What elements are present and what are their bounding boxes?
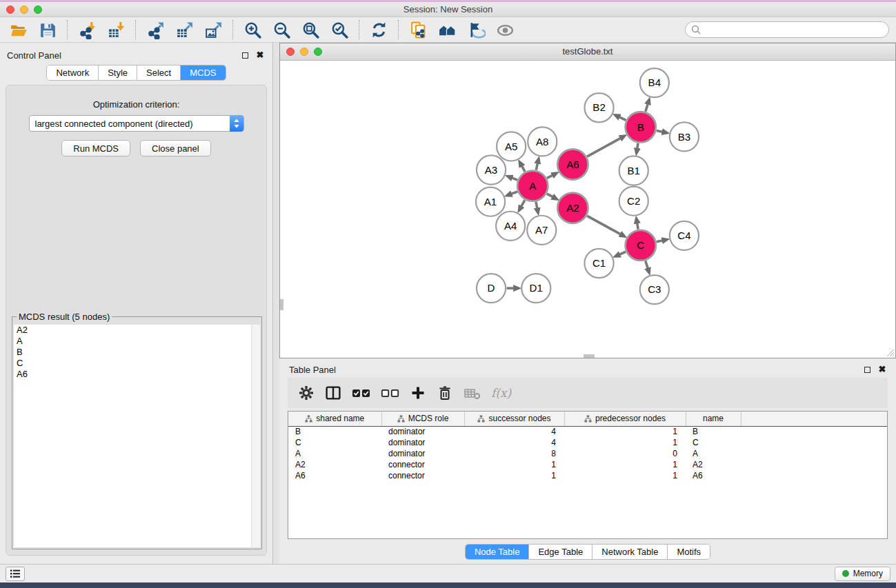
graph-node-A[interactable]: A [517, 170, 548, 201]
graph-edge-A-A6[interactable] [547, 175, 552, 178]
graph-edge-B-B2[interactable] [619, 117, 626, 120]
refresh-layout-button[interactable] [366, 19, 391, 41]
column-header-shared-name[interactable]: shared name [288, 412, 381, 426]
export-table-button[interactable] [172, 19, 197, 41]
table-row[interactable]: Cdominator41C [288, 437, 887, 448]
graph-node-C2[interactable]: C2 [619, 186, 648, 215]
memory-button[interactable]: Memory [835, 567, 890, 581]
network-overview-button[interactable] [435, 19, 459, 41]
graph-edge-A-A1[interactable] [512, 191, 518, 193]
table-tab-node-table[interactable]: Node Table [466, 545, 530, 559]
mcds-result-item[interactable]: A6 [14, 369, 260, 380]
select-all-rows-button[interactable] [352, 383, 370, 403]
table-tab-network-table[interactable]: Network Table [593, 545, 668, 559]
graph-node-A6[interactable]: A6 [557, 149, 588, 179]
table-panel-close-button[interactable]: ✖ [877, 364, 888, 375]
graph-node-B[interactable]: B [626, 112, 656, 142]
graph-node-A4[interactable]: A4 [496, 211, 525, 240]
search-field[interactable] [685, 21, 889, 38]
graph-edge-A6-B[interactable] [587, 138, 620, 156]
control-panel-float-button[interactable] [239, 50, 250, 61]
open-session-button[interactable] [6, 19, 31, 41]
mcds-result-item[interactable]: A2 [14, 325, 260, 336]
toggle-panel-layout-button[interactable] [325, 383, 341, 403]
graph-edge-A-A4[interactable] [521, 200, 525, 206]
graph-node-B2[interactable]: B2 [584, 93, 613, 122]
graph-edge-A2-C[interactable] [587, 216, 620, 234]
hide-selected-button[interactable] [464, 19, 488, 41]
zoom-fit-button[interactable] [298, 19, 323, 41]
new-network-from-selection-button[interactable] [406, 19, 430, 41]
graph-edge-A-A3[interactable] [512, 178, 517, 180]
zoom-in-button[interactable] [240, 19, 265, 41]
network-canvas[interactable]: B4B2BB3A8A5A6A3B1AC2A1A2A4A7C4CC1C3DD1 [280, 61, 895, 358]
graph-edge-A-A2[interactable] [547, 194, 552, 196]
graph-node-D[interactable]: D [477, 274, 506, 303]
save-session-button[interactable] [35, 19, 60, 41]
graph-node-A2[interactable]: A2 [557, 192, 588, 223]
graph-node-A5[interactable]: A5 [497, 132, 526, 161]
table-panel-float-button[interactable] [862, 364, 873, 375]
graph-node-C1[interactable]: C1 [584, 248, 613, 277]
column-header-successor-nodes[interactable]: successor nodes [464, 412, 564, 426]
graph-node-C4[interactable]: C4 [670, 221, 699, 250]
graph-node-A3[interactable]: A3 [477, 155, 506, 184]
graph-edge-C-C3[interactable] [646, 261, 648, 268]
graph-node-B3[interactable]: B3 [670, 122, 699, 151]
import-network-button[interactable] [74, 19, 99, 41]
canvas-hscroll-thumb[interactable] [584, 354, 595, 358]
show-all-button[interactable] [492, 19, 517, 41]
graph-edge-C-C2[interactable] [637, 223, 638, 229]
graph-node-B1[interactable]: B1 [619, 156, 648, 185]
graph-node-A7[interactable]: A7 [527, 215, 556, 244]
graph-edge-A-A8[interactable] [536, 163, 537, 170]
graph-edge-A-A7[interactable] [536, 201, 537, 207]
graph-edge-C-C1[interactable] [619, 252, 626, 254]
graph-node-D1[interactable]: D1 [521, 274, 550, 303]
mcds-result-item[interactable]: A [14, 336, 260, 347]
graph-edge-B-B4[interactable] [646, 104, 648, 112]
column-header-predecessor-nodes[interactable]: predecessor nodes [564, 412, 686, 426]
graph-edge-B-B3[interactable] [657, 130, 662, 132]
network-window-titlebar[interactable]: testGlobe.txt [280, 43, 895, 61]
table-row[interactable]: Bdominator41B [288, 426, 887, 437]
mcds-result-item[interactable]: C [14, 358, 260, 369]
table-settings-button[interactable] [298, 383, 315, 403]
graph-edge-A-A5[interactable] [522, 166, 525, 172]
tab-mcds[interactable]: MCDS [181, 65, 225, 80]
close-panel-button[interactable]: Close panel [140, 140, 211, 156]
table-row[interactable]: A6connector11A6 [288, 470, 887, 481]
graph-node-C[interactable]: C [626, 230, 656, 260]
criterion-dropdown[interactable]: largest connected component (directed) [29, 115, 244, 132]
tab-select[interactable]: Select [137, 65, 181, 80]
zoom-selected-button[interactable] [327, 19, 352, 41]
deselect-all-rows-button[interactable] [381, 383, 399, 403]
export-network-button[interactable] [143, 19, 168, 41]
column-header-mcds-role[interactable]: MCDS role [381, 412, 464, 426]
add-column-button[interactable] [410, 383, 426, 403]
table-tab-motifs[interactable]: Motifs [668, 545, 710, 559]
zoom-out-button[interactable] [269, 19, 294, 41]
search-input[interactable] [704, 23, 888, 36]
tab-style[interactable]: Style [99, 65, 137, 80]
table-row[interactable]: Adominator80A [288, 448, 887, 459]
graph-node-A8[interactable]: A8 [528, 127, 557, 156]
result-list-scrollbar[interactable] [251, 325, 260, 547]
graph-node-C3[interactable]: C3 [640, 275, 669, 304]
graph-edge-B-B1[interactable] [637, 143, 638, 148]
task-history-button[interactable] [6, 567, 25, 581]
control-panel-close-button[interactable]: ✖ [255, 50, 266, 61]
table-row[interactable]: A2connector11A2 [288, 459, 887, 470]
table-tab-edge-table[interactable]: Edge Table [529, 545, 593, 559]
canvas-vscroll-thumb[interactable] [280, 299, 283, 310]
run-mcds-button[interactable]: Run MCDS [61, 140, 130, 156]
tab-network[interactable]: Network [47, 65, 99, 80]
graph-node-B4[interactable]: B4 [640, 68, 669, 97]
mcds-result-item[interactable]: B [14, 347, 260, 358]
import-table-button[interactable] [103, 19, 128, 41]
export-image-button[interactable] [201, 19, 226, 41]
delete-column-button[interactable] [437, 383, 453, 403]
graph-node-A1[interactable]: A1 [476, 187, 505, 216]
graph-edge-C-C4[interactable] [657, 241, 662, 242]
column-header-name[interactable]: name [686, 412, 741, 426]
